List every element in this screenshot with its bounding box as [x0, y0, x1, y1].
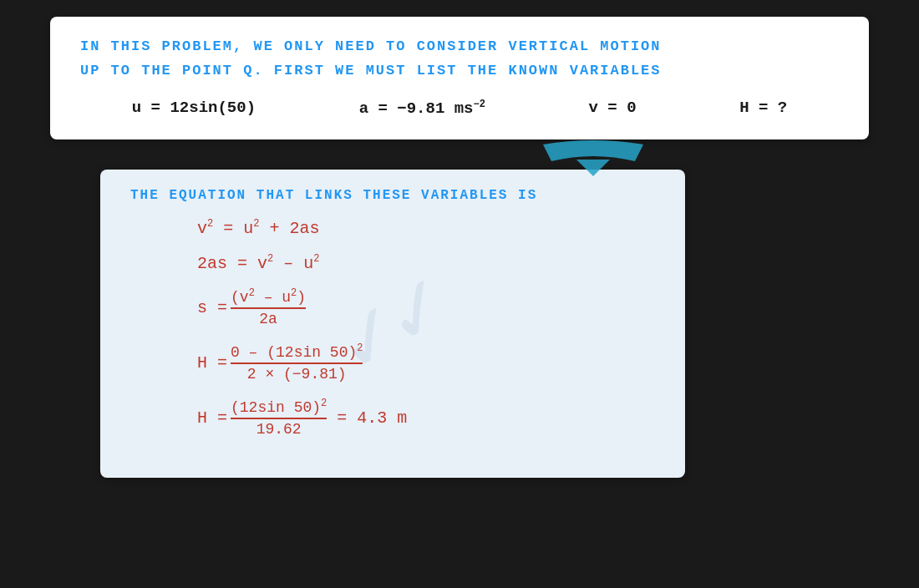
top-card: IN THIS PROBLEM, WE ONLY NEED TO CONSIDE… [50, 17, 869, 139]
bottom-header: THE EQUATION THAT LINKS THESE VARIABLES … [130, 188, 655, 203]
eq2: 2as = v2 – u2 [197, 253, 655, 273]
eq4-fraction: 0 – (12sin 50)2 2 × (−9.81) [231, 342, 363, 383]
svg-marker-0 [576, 160, 610, 176]
top-line2: UP TO THE POINT Q. FIRST WE MUST LIST TH… [80, 59, 839, 84]
variables-row: u = 12sin(50) a = −9.81 ms−2 v = 0 H = ? [80, 99, 839, 118]
var-a: a = −9.81 ms−2 [359, 99, 485, 118]
top-text: IN THIS PROBLEM, WE ONLY NEED TO CONSIDE… [80, 35, 839, 84]
top-line1: IN THIS PROBLEM, WE ONLY NEED TO CONSIDE… [80, 35, 839, 59]
eq5-result: = 4.3 m [337, 408, 407, 428]
var-H: H = ? [739, 99, 787, 118]
eq3: s = (v2 – u2) 2a [197, 287, 655, 327]
var-v: v = 0 [589, 99, 637, 118]
eq5-fraction: (12sin 50)2 19.62 [231, 398, 327, 438]
arrow-connector [526, 136, 660, 176]
eq1: v2 = u2 + 2as [197, 218, 655, 238]
bottom-card: ✓✓ THE EQUATION THAT LINKS THESE VARIABL… [100, 170, 685, 478]
eq3-fraction: (v2 – u2) 2a [231, 287, 306, 327]
eq5: H = (12sin 50)2 19.62 = 4.3 m [197, 398, 655, 438]
eq4: H = 0 – (12sin 50)2 2 × (−9.81) [197, 342, 655, 383]
var-u: u = 12sin(50) [132, 99, 256, 118]
